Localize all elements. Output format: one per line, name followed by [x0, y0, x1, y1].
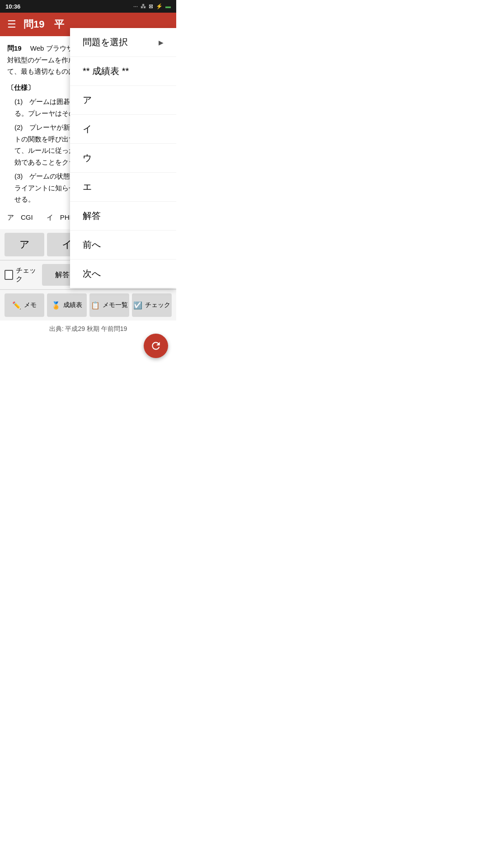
footer-text: 出典: 平成29 秋期 午前問19 — [49, 325, 127, 332]
battery-icon: ▬ — [165, 3, 171, 9]
menu-icon[interactable]: ☰ — [7, 19, 16, 30]
results-icon: 🏅 — [52, 301, 61, 310]
dropdown-label-answer: 解答 — [83, 210, 101, 222]
check-tool-button[interactable]: ☑️ チェック — [132, 293, 172, 317]
memo-list-icon: 📋 — [91, 301, 100, 310]
dropdown-item-next[interactable]: 次へ — [70, 259, 176, 288]
memo-label: メモ — [24, 301, 37, 309]
check-text: チェック — [16, 266, 39, 283]
check-tool-label: チェック — [145, 301, 170, 309]
dropdown-label-u: ウ — [83, 152, 92, 164]
dropdown-label-prev: 前へ — [83, 239, 101, 251]
dropdown-item-prev[interactable]: 前へ — [70, 231, 176, 259]
status-time: 10:36 — [5, 3, 20, 10]
bluetooth-icon: ⁂ — [141, 3, 146, 9]
status-bar: 10:36 ··· ⁂ ⊠ ⚡ ▬ — [0, 0, 176, 13]
question-num: 問19 — [7, 44, 22, 52]
dropdown-label-next: 次へ — [83, 268, 101, 280]
memo-list-label: メモ一覧 — [103, 301, 128, 309]
charging-icon: ⚡ — [156, 3, 163, 9]
signal-icon: ··· — [133, 3, 138, 9]
refresh-fab[interactable] — [144, 334, 168, 358]
memo-list-button[interactable]: 📋 メモ一覧 — [89, 293, 129, 317]
dropdown-item-answer[interactable]: 解答 — [70, 202, 176, 231]
check-tool-icon: ☑️ — [133, 301, 142, 310]
dropdown-item-e[interactable]: エ — [70, 173, 176, 202]
dropdown-label-a: ア — [83, 94, 92, 106]
memo-icon: ✏️ — [12, 301, 21, 310]
results-button[interactable]: 🏅 成績表 — [47, 293, 87, 317]
dropdown-item-results[interactable]: ** 成績表 ** — [70, 57, 176, 86]
dropdown-item-a[interactable]: ア — [70, 86, 176, 115]
dropdown-menu: 問題を選択 ▶ ** 成績表 ** ア イ ウ エ 解答 前へ 次へ — [70, 28, 176, 288]
dropdown-item-select-question[interactable]: 問題を選択 ▶ — [70, 28, 176, 57]
status-icons: ··· ⁂ ⊠ ⚡ ▬ — [133, 3, 171, 9]
dropdown-label-select: 問題を選択 — [83, 36, 128, 48]
check-checkbox[interactable] — [5, 270, 13, 280]
refresh-icon — [150, 340, 162, 352]
tool-bar: ✏️ メモ 🏅 成績表 📋 メモ一覧 ☑️ チェック — [0, 290, 176, 321]
dropdown-item-u[interactable]: ウ — [70, 144, 176, 173]
dropdown-label-e: エ — [83, 181, 92, 193]
dropdown-label-results: ** 成績表 ** — [83, 65, 129, 77]
answer-a: ア CGI — [7, 212, 33, 223]
dropdown-item-i[interactable]: イ — [70, 115, 176, 144]
battery-x-icon: ⊠ — [149, 3, 153, 9]
page-title: 問19 平 — [23, 18, 64, 31]
memo-button[interactable]: ✏️ メモ — [5, 293, 44, 317]
answer-btn-a[interactable]: ア — [5, 233, 44, 256]
dropdown-arrow-icon: ▶ — [159, 39, 164, 46]
check-label[interactable]: チェック — [5, 266, 39, 283]
dropdown-label-i: イ — [83, 123, 92, 135]
results-label: 成績表 — [63, 301, 82, 309]
